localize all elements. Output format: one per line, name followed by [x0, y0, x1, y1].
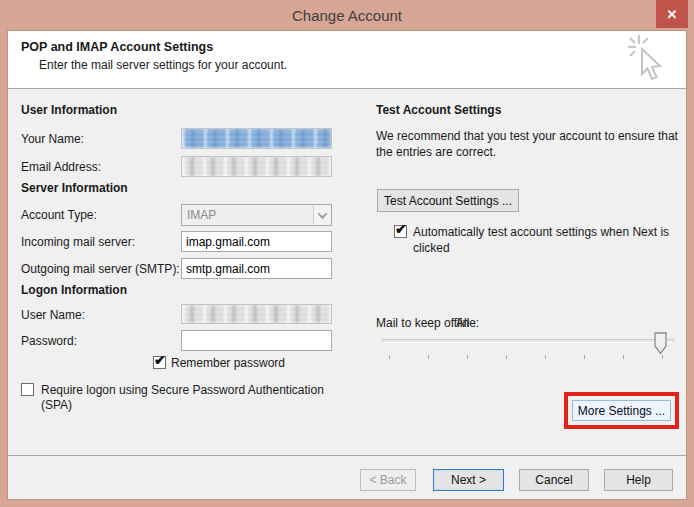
- close-icon: ✕: [667, 7, 678, 22]
- account-type-select: IMAP: [181, 204, 332, 226]
- test-account-settings-button[interactable]: Test Account Settings ...: [377, 189, 519, 212]
- mail-offline-slider-thumb[interactable]: [654, 332, 667, 355]
- close-button[interactable]: ✕: [656, 0, 688, 28]
- dialog-content: POP and IMAP Account Settings Enter the …: [7, 30, 687, 500]
- mail-offline-slider-track[interactable]: [382, 339, 674, 343]
- change-account-dialog: Change Account ✕ POP and IMAP Account Se…: [0, 0, 694, 507]
- spa-checkbox[interactable]: [21, 383, 34, 396]
- auto-test-label[interactable]: Automatically test account settings when…: [413, 225, 671, 256]
- account-type-label: Account Type:: [21, 208, 97, 222]
- password-input[interactable]: [181, 330, 332, 351]
- auto-test-checkbox[interactable]: ✔: [394, 225, 407, 238]
- mail-offline-value: All: [456, 316, 469, 330]
- logon-information-heading: Logon Information: [21, 283, 127, 297]
- server-information-heading: Server Information: [21, 181, 128, 195]
- incoming-server-label: Incoming mail server:: [21, 235, 135, 249]
- title-bar: Change Account ✕: [0, 0, 694, 30]
- outgoing-server-input[interactable]: [181, 258, 332, 279]
- slider-tick: [545, 355, 546, 359]
- check-icon: ✔: [154, 353, 166, 367]
- spa-label[interactable]: Require logon using Secure Password Auth…: [41, 383, 346, 413]
- next-button[interactable]: Next >: [433, 469, 504, 491]
- slider-tick: [662, 355, 663, 359]
- remember-password-checkbox[interactable]: ✔: [153, 356, 166, 369]
- page-title: POP and IMAP Account Settings: [21, 40, 213, 54]
- user-information-heading: User Information: [21, 103, 117, 117]
- check-icon: ✔: [395, 222, 407, 236]
- cancel-button[interactable]: Cancel: [519, 469, 589, 491]
- chevron-down-icon: [317, 209, 327, 219]
- slider-tick: [623, 355, 624, 359]
- dropdown-arrow-box: [313, 206, 330, 224]
- more-settings-highlight: More Settings ...: [564, 392, 679, 429]
- outgoing-server-label: Outgoing mail server (SMTP):: [21, 262, 180, 276]
- your-name-field[interactable]: [181, 128, 332, 149]
- slider-tick: [428, 355, 429, 359]
- test-account-description: We recommend that you test your account …: [376, 128, 681, 160]
- window-title: Change Account: [292, 7, 402, 24]
- help-button[interactable]: Help: [604, 469, 673, 491]
- incoming-server-input[interactable]: [181, 231, 332, 252]
- password-label: Password:: [21, 334, 77, 348]
- email-address-label: Email Address:: [21, 160, 101, 174]
- more-settings-button[interactable]: More Settings ...: [572, 400, 671, 421]
- email-address-field[interactable]: [181, 156, 332, 177]
- remember-password-label[interactable]: Remember password: [171, 356, 285, 370]
- user-name-field[interactable]: [181, 304, 332, 324]
- slider-tick: [389, 355, 390, 359]
- slider-tick: [506, 355, 507, 359]
- account-type-value: IMAP: [187, 208, 216, 222]
- user-name-label: User Name:: [21, 308, 85, 322]
- page-subtitle: Enter the mail server settings for your …: [39, 58, 287, 72]
- back-button[interactable]: < Back: [360, 469, 416, 491]
- slider-tick: [467, 355, 468, 359]
- your-name-label: Your Name:: [21, 132, 84, 146]
- click-cursor-icon: [626, 34, 674, 88]
- footer-separator: [8, 455, 686, 456]
- test-account-heading: Test Account Settings: [376, 103, 501, 117]
- wizard-header: POP and IMAP Account Settings Enter the …: [8, 31, 686, 89]
- slider-tick: [584, 355, 585, 359]
